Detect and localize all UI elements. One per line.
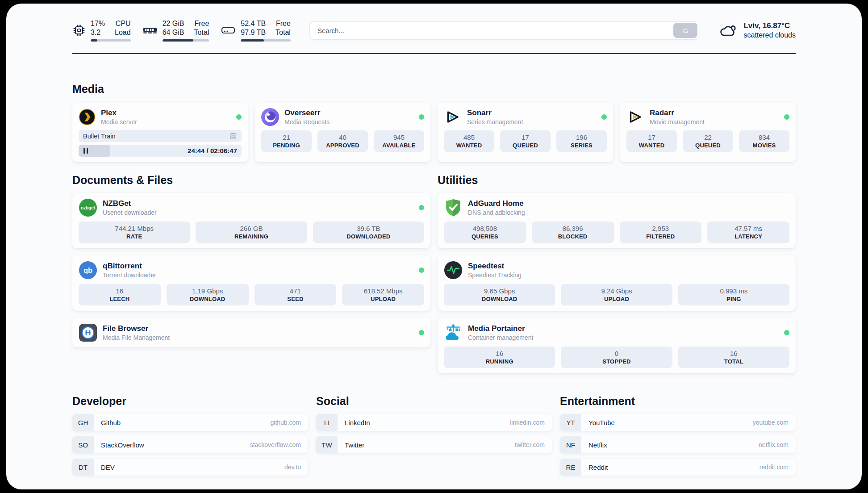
documents-column: Documents & Files nzbget NZBGet Usenet d… — [72, 174, 430, 347]
bookmarks-developer: Developer GH Github github.com SO StackO… — [72, 395, 308, 481]
plex-card[interactable]: Plex Media server Bullet Train — [72, 103, 248, 162]
radarr-card[interactable]: Radarr Movie management 17 WANTED 22 QUE… — [620, 103, 796, 162]
app-description: Torrent downloader — [103, 271, 156, 279]
sonarr-card[interactable]: Sonarr Series management 485 WANTED 17 Q… — [438, 103, 613, 162]
bookmark-url: linkedin.com — [510, 419, 545, 426]
cpu-load-value: 3.2 — [91, 28, 105, 37]
bookmark-youtube[interactable]: YT YouTube youtube.com — [560, 414, 796, 431]
portainer-card[interactable]: Media Portainer Container management 16 … — [438, 318, 796, 373]
status-online-dot — [784, 330, 789, 335]
bookmark-name: Github — [101, 419, 121, 426]
bookmark-url: netflix.com — [759, 441, 789, 448]
stat-filtered: 2,953 FILTERED — [620, 221, 702, 243]
qbittorrent-card[interactable]: qb qBittorrent Torrent downloader 16 LEE… — [72, 255, 430, 311]
cpu-usage-value: 17% — [91, 19, 105, 28]
memory-total-value: 64 GiB — [163, 28, 184, 37]
stat-wanted: 485 WANTED — [444, 130, 494, 152]
now-playing-row: Bullet Train — [79, 130, 242, 142]
app-description: DNS and adblocking — [468, 209, 525, 217]
app-name: Plex — [101, 108, 137, 118]
app-description: Container management — [468, 334, 533, 342]
portainer-icon — [444, 323, 463, 342]
stat-blocked: 86,396 BLOCKED — [532, 221, 614, 243]
status-online-dot — [419, 205, 424, 210]
overseerr-card[interactable]: Overseerr Media Requests 21 PENDING 40 A… — [255, 103, 430, 162]
bookmark-netflix[interactable]: NF Netflix netflix.com — [560, 436, 796, 453]
bookmark-url: stackoverflow.com — [250, 441, 301, 448]
bookmark-twitter[interactable]: TW Twitter twitter.com — [316, 436, 552, 453]
cpu-usage-label: CPU — [115, 19, 131, 28]
stat-running: 16 RUNNING — [444, 347, 555, 368]
adguard-card[interactable]: AdGuard Home DNS and adblocking 498,508 … — [438, 193, 796, 248]
app-description: Movie management — [650, 118, 705, 126]
stat-available: 945 AVAILABLE — [374, 130, 424, 152]
cpu-monitor: 17% 3.2 CPU Load — [72, 19, 131, 41]
status-online-dot — [601, 114, 607, 120]
dashboard-page: 17% 3.2 CPU Load — [6, 4, 862, 489]
disk-progress-fill — [241, 39, 263, 42]
stat-queued: 17 QUEUED — [500, 130, 551, 152]
app-name: Sonarr — [467, 108, 523, 118]
app-name: Media Portainer — [468, 324, 533, 334]
bookmark-name: YouTube — [588, 419, 615, 426]
search-engine-button[interactable]: G — [673, 23, 697, 38]
disk-total-value: 97.9 TB — [241, 28, 266, 37]
section-title-media: Media — [72, 83, 796, 96]
disk-free-value: 52.4 TB — [241, 19, 266, 28]
section-title-documents: Documents & Files — [72, 174, 430, 187]
disk-progress-track — [241, 39, 291, 42]
cpu-progress-track — [91, 39, 131, 42]
ram-icon — [142, 24, 158, 37]
pause-button[interactable] — [83, 148, 88, 154]
weather-widget[interactable]: Lviv, 16.87°C scattered clouds — [718, 21, 796, 40]
bookmark-reddit[interactable]: RE Reddit reddit.com — [560, 459, 796, 476]
weather-condition: scattered clouds — [743, 31, 796, 40]
status-online-dot — [419, 330, 424, 335]
stat-latency: 47.57 ms LATENCY — [707, 221, 789, 243]
bookmark-abbr: YT — [560, 414, 581, 431]
bookmark-name: DEV — [101, 464, 115, 471]
memory-free-label: Free — [194, 19, 209, 28]
app-name: Radarr — [650, 108, 705, 118]
stat-seed: 471 SEED — [255, 284, 337, 305]
bookmark-linkedin[interactable]: LI LinkedIn linkedin.com — [316, 414, 552, 431]
playback-time: 24:44 / 02:06:47 — [188, 147, 242, 155]
app-description: Series management — [467, 118, 523, 126]
utilities-column: Utilities AdGuard Home DNS and adblockin… — [438, 174, 796, 373]
playback-progress-bar[interactable]: 24:44 / 02:06:47 — [79, 145, 242, 157]
bookmark-name: StackOverflow — [101, 441, 144, 449]
now-playing-title: Bullet Train — [83, 133, 116, 140]
stat-wanted: 17 WANTED — [626, 130, 677, 152]
stat-leech: 16 LEECH — [79, 284, 161, 305]
speedtest-card[interactable]: Speedtest Speedtest Tracking 9.65 Gbps D… — [438, 255, 796, 311]
stat-upload: 9.24 Gbps UPLOAD — [561, 284, 672, 305]
nzbget-icon: nzbget — [79, 198, 97, 217]
app-name: File Browser — [103, 324, 170, 334]
bookmark-dev[interactable]: DT DEV dev.to — [72, 459, 308, 476]
status-online-dot — [784, 114, 789, 120]
bookmark-stackoverflow[interactable]: SO StackOverflow stackoverflow.com — [72, 436, 308, 453]
bookmarks-entertainment: Entertainment YT YouTube youtube.com NF … — [560, 395, 796, 481]
section-title-entertainment: Entertainment — [560, 395, 796, 408]
stat-remaining: 266 GB REMAINING — [196, 221, 307, 243]
stat-queries: 498,508 QUERIES — [444, 221, 526, 243]
bookmark-github[interactable]: GH Github github.com — [72, 414, 308, 431]
stat-download: 9.65 Gbps DOWNLOAD — [444, 284, 555, 305]
bookmark-url: reddit.com — [760, 464, 789, 471]
section-title-utilities: Utilities — [438, 174, 796, 187]
bookmark-abbr: TW — [316, 436, 338, 453]
filebrowser-card[interactable]: File Browser Media File Management — [72, 318, 430, 347]
section-title-developer: Developer — [72, 395, 308, 408]
adguard-icon — [444, 198, 463, 217]
bookmark-name: LinkedIn — [345, 419, 370, 426]
search-input[interactable] — [310, 27, 674, 34]
app-description: Media server — [101, 118, 137, 126]
stat-download: 1.19 Gbps DOWNLOAD — [167, 284, 249, 305]
stat-series: 196 SERIES — [556, 130, 607, 152]
disk-total-label: Total — [275, 28, 291, 37]
nzbget-card[interactable]: nzbget NZBGet Usenet downloader 744.21 M… — [72, 193, 430, 248]
bookmark-url: twitter.com — [515, 441, 545, 448]
bookmark-url: github.com — [271, 419, 301, 426]
status-online-dot — [419, 267, 424, 273]
app-description: Media Requests — [284, 118, 330, 126]
